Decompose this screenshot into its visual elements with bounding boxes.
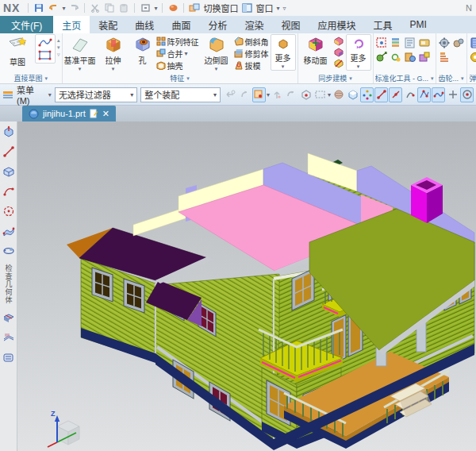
highlight-dropdown[interactable]: ▾ — [267, 91, 270, 98]
trim-body-button[interactable]: 修剪体 — [234, 48, 269, 59]
sketch-gallery-scroll[interactable]: ▴▾▿ — [57, 34, 60, 58]
hole-button[interactable]: 孔 — [131, 34, 155, 66]
sheet-tool-icon-1[interactable] — [2, 311, 15, 324]
save-icon[interactable] — [33, 2, 44, 13]
feature-more-button[interactable]: 更多▾ — [271, 34, 296, 71]
draft-button[interactable]: 拔模 — [234, 60, 269, 71]
group-dialog-launcher[interactable]: ▾ — [461, 75, 464, 82]
tab-pmi[interactable]: PMI — [401, 16, 435, 33]
qat-overflow[interactable]: ▿ — [283, 5, 286, 12]
window-icon[interactable] — [241, 2, 252, 13]
workplane-icon[interactable] — [346, 87, 359, 102]
datum-plane-button[interactable]: 基准平面▾ — [64, 34, 96, 72]
select-mode-dropdown[interactable]: ▾ — [328, 91, 331, 98]
cut-icon[interactable] — [90, 2, 101, 13]
menu-button[interactable]: 菜单(M)▾ — [17, 83, 52, 106]
tab-curve[interactable]: 曲线 — [126, 16, 163, 33]
pattern-feature-button[interactable]: 阵列特征 — [156, 36, 199, 47]
surface-tool-icon[interactable] — [2, 225, 15, 237]
window-dropdown[interactable]: ▾ — [276, 5, 279, 12]
tab-view[interactable]: 视图 — [272, 16, 309, 33]
group-dialog-launcher[interactable]: ▾ — [186, 75, 190, 82]
rotate-icon[interactable] — [285, 87, 298, 102]
copy-icon[interactable] — [104, 2, 115, 13]
std-tool-icon-6[interactable] — [390, 51, 402, 64]
fit-view-icon[interactable] — [140, 2, 151, 13]
orientation-triad[interactable] — [48, 415, 79, 447]
refresh-icon[interactable] — [167, 2, 178, 13]
tab-assembly[interactable]: 装配 — [90, 16, 126, 33]
highlight-toggle-icon[interactable] — [252, 87, 266, 102]
snap-point-icon[interactable] — [360, 87, 374, 102]
unite-button[interactable]: 合并▾ — [156, 48, 199, 59]
tab-file[interactable]: 文件(F) — [0, 16, 53, 33]
gear-icon-3[interactable] — [438, 51, 451, 64]
sync-icon-1[interactable] — [333, 36, 344, 46]
group-dialog-launcher[interactable]: ▾ — [349, 75, 352, 82]
sync-icon-3[interactable] — [333, 58, 344, 68]
spring-icon-3[interactable] — [469, 51, 476, 64]
edge-blend-button[interactable]: 边倒圆▾ — [201, 34, 232, 72]
selection-scope-dropdown[interactable]: 整个装配▾ — [140, 87, 221, 102]
pole-snap-icon[interactable] — [417, 87, 431, 102]
shell-button[interactable]: 抽壳 — [156, 60, 199, 71]
center-snap-icon[interactable] — [460, 87, 474, 102]
tab-application[interactable]: 应用模块 — [309, 16, 364, 33]
line-tool-icon[interactable] — [2, 145, 15, 158]
point-on-solid-icon[interactable] — [299, 87, 313, 102]
fit-view-dropdown[interactable]: ▾ — [154, 5, 157, 12]
select-prev-icon[interactable] — [224, 87, 237, 102]
spring-icon-1[interactable] — [469, 37, 476, 49]
deselect-icon[interactable] — [238, 87, 251, 102]
tab-tools[interactable]: 工具 — [364, 16, 401, 33]
rectangle-icon[interactable] — [38, 49, 52, 61]
switch-window-icon[interactable] — [189, 2, 200, 13]
block-tool-icon[interactable] — [2, 165, 15, 178]
std-tool-icon-1[interactable] — [375, 37, 388, 49]
arc-tool-icon[interactable] — [2, 185, 15, 198]
tab-home[interactable]: 主页 — [53, 16, 90, 33]
undo-dropdown[interactable]: ▾ — [62, 5, 65, 12]
switch-window-button[interactable]: 切换窗口 — [203, 2, 238, 14]
move-face-button[interactable]: 移动面 — [300, 34, 332, 66]
std-tool-icon-3[interactable] — [404, 37, 416, 49]
tab-render[interactable]: 渲染 — [236, 16, 272, 33]
circle-tool-icon[interactable] — [2, 205, 15, 218]
sphere-select-icon[interactable] — [332, 87, 345, 102]
std-tool-icon-7[interactable] — [404, 51, 416, 64]
sync-icon-2[interactable] — [333, 47, 344, 57]
redo-icon[interactable] — [68, 2, 79, 13]
spline-snap-icon[interactable] — [432, 87, 445, 102]
group-dialog-launcher[interactable]: ▾ — [431, 75, 434, 82]
extrude-tool-icon[interactable] — [2, 125, 15, 138]
paste-icon[interactable] — [118, 2, 129, 13]
std-tool-icon-8[interactable] — [418, 51, 431, 64]
examine-geometry-label[interactable]: 检查几何体 — [5, 264, 13, 304]
tab-analysis[interactable]: 分析 — [199, 16, 236, 33]
intersection-snap-icon[interactable] — [446, 87, 459, 102]
std-tool-icon-4[interactable] — [418, 37, 431, 49]
revolve-tool-icon[interactable] — [2, 245, 15, 257]
std-tool-icon-5[interactable] — [375, 51, 388, 64]
group-dialog-launcher[interactable]: ▾ — [45, 75, 48, 82]
gear-icon-1[interactable] — [438, 37, 451, 49]
midpoint-snap-icon[interactable] — [389, 87, 402, 102]
undo-icon[interactable] — [48, 2, 59, 13]
curve-snap-icon[interactable] — [403, 87, 416, 102]
document-tab[interactable]: jinjihu-1.prt ✕ — [22, 106, 116, 121]
window-button[interactable]: 窗口 — [255, 2, 273, 14]
sketch-button[interactable]: 草图 — [2, 34, 33, 67]
endpoint-snap-icon[interactable] — [374, 87, 388, 102]
sheet-tool-icon-2[interactable] — [2, 331, 15, 344]
sheet-tool-icon-3[interactable] — [2, 351, 15, 364]
close-tab-icon[interactable]: ✕ — [102, 109, 109, 119]
selection-filter-dropdown[interactable]: 无选择过滤器▾ — [55, 87, 137, 102]
std-tool-icon-2[interactable] — [390, 37, 402, 49]
rectangle-select-icon[interactable] — [313, 87, 327, 102]
gear-icon-2[interactable] — [452, 37, 465, 49]
move-up-icon[interactable] — [271, 87, 284, 102]
graphics-viewport[interactable]: Z — [17, 121, 476, 451]
chamfer-button[interactable]: 倒斜角 — [234, 36, 269, 47]
extrude-button[interactable]: 拉伸▾ — [98, 34, 129, 72]
studio-spline-icon[interactable] — [38, 37, 52, 48]
